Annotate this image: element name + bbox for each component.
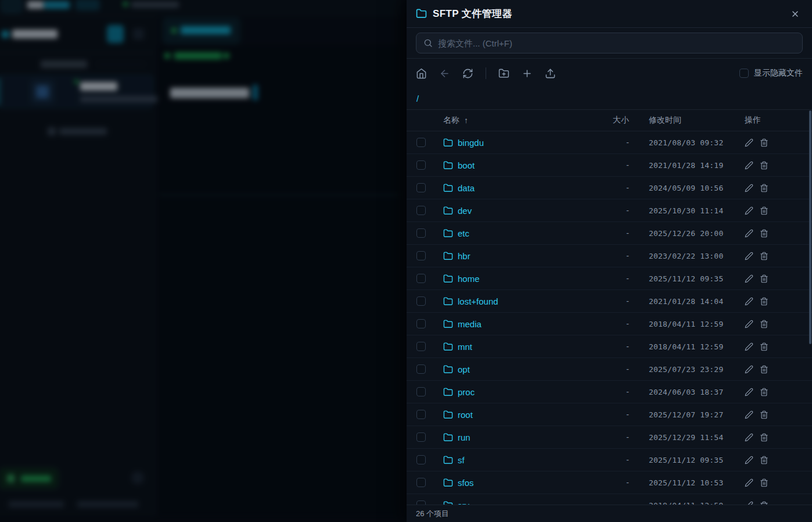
scrollbar-thumb[interactable]	[809, 110, 811, 344]
trash-icon[interactable]	[760, 410, 768, 419]
show-hidden-checkbox[interactable]	[739, 69, 749, 78]
file-row[interactable]: run - 2025/12/29 11:54	[407, 426, 812, 449]
file-name-link[interactable]: home	[458, 274, 480, 284]
upload-icon[interactable]	[545, 68, 556, 79]
back-arrow-icon[interactable]	[439, 68, 450, 79]
trash-icon[interactable]	[760, 161, 768, 170]
file-name-link[interactable]: run	[458, 432, 470, 442]
header-size-label[interactable]: 大小	[583, 115, 649, 126]
pencil-icon[interactable]	[745, 206, 753, 215]
pencil-icon[interactable]	[745, 410, 753, 419]
file-row[interactable]: mnt - 2018/04/11 12:59	[407, 335, 812, 358]
plus-icon[interactable]	[522, 68, 533, 79]
file-name-link[interactable]: root	[458, 410, 473, 420]
trash-icon[interactable]	[760, 388, 768, 396]
file-name-link[interactable]: data	[458, 183, 475, 193]
trash-icon[interactable]	[760, 456, 768, 464]
trash-icon[interactable]	[760, 365, 768, 374]
search-input[interactable]	[438, 38, 795, 48]
pencil-icon[interactable]	[745, 365, 753, 374]
pencil-icon[interactable]	[745, 229, 753, 238]
pencil-icon[interactable]	[745, 388, 753, 396]
row-checkbox[interactable]	[416, 251, 426, 260]
breadcrumb-root[interactable]: /	[416, 94, 419, 103]
row-checkbox[interactable]	[416, 478, 426, 487]
file-name-link[interactable]: mnt	[458, 342, 472, 352]
file-name-link[interactable]: lost+found	[458, 296, 498, 306]
folder-plus-icon[interactable]	[498, 68, 509, 79]
row-checkbox[interactable]	[416, 296, 426, 306]
header-modified-label[interactable]: 修改时间	[649, 115, 743, 126]
row-checkbox[interactable]	[416, 183, 426, 192]
pencil-icon[interactable]	[745, 184, 753, 192]
row-checkbox[interactable]	[416, 206, 426, 215]
row-checkbox[interactable]	[416, 432, 426, 442]
row-checkbox[interactable]	[416, 455, 426, 464]
trash-icon[interactable]	[760, 320, 768, 328]
file-row[interactable]: media - 2018/04/11 12:59	[407, 313, 812, 335]
modal-backdrop[interactable]	[0, 0, 407, 522]
file-name-link[interactable]: sf	[458, 455, 465, 465]
file-name-link[interactable]: media	[458, 319, 482, 329]
pencil-icon[interactable]	[745, 297, 753, 306]
file-row[interactable]: proc - 2024/06/03 18:37	[407, 381, 812, 403]
trash-icon[interactable]	[760, 252, 768, 260]
row-checkbox[interactable]	[416, 228, 426, 238]
trash-icon[interactable]	[760, 138, 768, 147]
pencil-icon[interactable]	[745, 456, 753, 464]
pencil-icon[interactable]	[745, 342, 753, 351]
file-row[interactable]: data - 2024/05/09 10:56	[407, 177, 812, 199]
file-name-link[interactable]: sfos	[458, 478, 474, 488]
header-name-column[interactable]: 名称 ↑	[435, 115, 583, 126]
pencil-icon[interactable]	[745, 274, 753, 283]
row-checkbox[interactable]	[416, 319, 426, 328]
close-icon[interactable]	[788, 6, 803, 22]
refresh-icon[interactable]	[462, 68, 473, 79]
file-name-link[interactable]: proc	[458, 387, 475, 397]
file-name-link[interactable]: srv	[458, 500, 469, 505]
file-row[interactable]: srv - 2018/04/11 12:59	[407, 494, 812, 505]
file-name-link[interactable]: etc	[458, 228, 469, 238]
file-name-link[interactable]: boot	[458, 160, 475, 170]
row-checkbox[interactable]	[416, 500, 426, 505]
file-name-link[interactable]: hbr	[458, 251, 470, 261]
pencil-icon[interactable]	[745, 138, 753, 147]
row-checkbox[interactable]	[416, 364, 426, 374]
row-checkbox[interactable]	[416, 387, 426, 396]
row-checkbox[interactable]	[416, 138, 426, 147]
file-row[interactable]: sf - 2025/11/12 09:35	[407, 449, 812, 471]
pencil-icon[interactable]	[745, 320, 753, 328]
row-checkbox[interactable]	[416, 410, 426, 419]
pencil-icon[interactable]	[745, 478, 753, 487]
file-row[interactable]: hbr - 2023/02/22 13:00	[407, 245, 812, 267]
file-row[interactable]: sfos - 2025/11/12 10:53	[407, 471, 812, 494]
row-checkbox[interactable]	[416, 160, 426, 170]
file-row[interactable]: lost+found - 2021/01/28 14:04	[407, 290, 812, 313]
trash-icon[interactable]	[760, 433, 768, 442]
trash-icon[interactable]	[760, 274, 768, 283]
file-row[interactable]: opt - 2025/07/23 23:29	[407, 358, 812, 381]
search-box[interactable]	[416, 33, 803, 53]
trash-icon[interactable]	[760, 342, 768, 351]
trash-icon[interactable]	[760, 478, 768, 487]
file-name-link[interactable]: bingdu	[458, 138, 484, 148]
trash-icon[interactable]	[760, 229, 768, 238]
trash-icon[interactable]	[760, 206, 768, 215]
trash-icon[interactable]	[760, 297, 768, 306]
row-checkbox[interactable]	[416, 342, 426, 351]
trash-icon[interactable]	[760, 184, 768, 192]
pencil-icon[interactable]	[745, 252, 753, 260]
file-row[interactable]: bingdu - 2021/08/03 09:32	[407, 131, 812, 154]
home-icon[interactable]	[416, 68, 427, 79]
pencil-icon[interactable]	[745, 161, 753, 170]
file-name-link[interactable]: dev	[458, 206, 472, 216]
row-checkbox[interactable]	[416, 274, 426, 283]
file-list[interactable]: bingdu - 2021/08/03 09:32 boot - 2021/01…	[407, 131, 812, 505]
show-hidden-toggle[interactable]: 显示隐藏文件	[739, 68, 803, 78]
pencil-icon[interactable]	[745, 433, 753, 442]
file-name-link[interactable]: opt	[458, 364, 470, 374]
file-row[interactable]: home - 2025/11/12 09:35	[407, 267, 812, 290]
file-row[interactable]: etc - 2025/12/26 20:00	[407, 222, 812, 245]
file-row[interactable]: boot - 2021/01/28 14:19	[407, 154, 812, 177]
file-row[interactable]: root - 2025/12/07 19:27	[407, 403, 812, 426]
